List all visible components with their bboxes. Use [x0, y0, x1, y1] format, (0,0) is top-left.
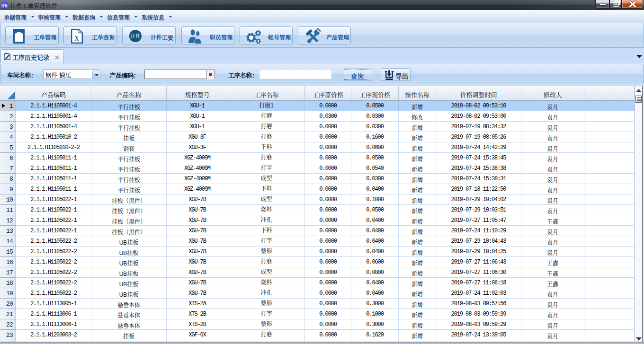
svg-text:计件: 计件 — [131, 32, 141, 39]
svg-text:X: X — [74, 35, 79, 42]
